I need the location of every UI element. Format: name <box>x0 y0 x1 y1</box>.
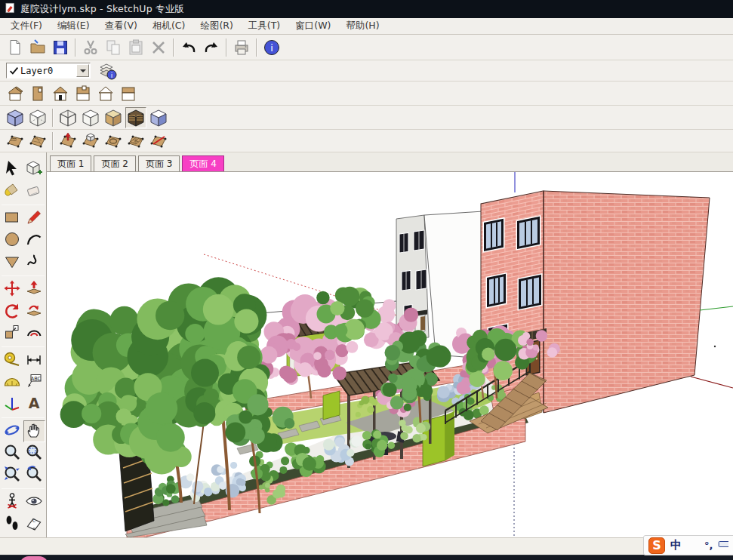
model-info-button[interactable]: i <box>261 37 282 58</box>
sandbox-detail-button[interactable] <box>125 131 146 152</box>
new-button[interactable] <box>5 37 26 58</box>
text-tool[interactable]: ABC <box>23 371 45 393</box>
print-icon <box>233 38 251 57</box>
zoom-previous-tool[interactable] <box>23 464 45 486</box>
scale-tool[interactable] <box>2 322 23 344</box>
cut-button[interactable] <box>80 37 101 58</box>
text-3d-tool[interactable]: A <box>23 393 45 415</box>
delete-button[interactable] <box>148 37 169 58</box>
style-shaded-button[interactable] <box>103 107 124 128</box>
ime-keyboard-icon[interactable] <box>718 538 728 553</box>
style-xray-icon <box>6 109 24 127</box>
polygon-tool[interactable] <box>2 251 23 273</box>
select-tool[interactable] <box>2 158 23 180</box>
menu-camera[interactable]: 相机(C) <box>145 18 192 34</box>
eraser-tool[interactable] <box>23 180 45 202</box>
page-tab-4[interactable]: 页面 4 <box>182 155 223 171</box>
redo-button[interactable] <box>201 37 222 58</box>
arc-tool[interactable] <box>23 229 45 251</box>
pan-tool[interactable] <box>23 420 45 442</box>
offset-tool[interactable] <box>23 322 45 344</box>
style-monochrome-button[interactable] <box>148 107 169 128</box>
current-layer-name: Layer0 <box>20 66 76 76</box>
style-wireframe-button[interactable] <box>57 107 79 128</box>
menu-file[interactable]: 文件(F) <box>3 18 50 34</box>
sandbox-smoove-button[interactable] <box>57 131 79 152</box>
open-button[interactable] <box>27 37 48 58</box>
menu-edit[interactable]: 编辑(E) <box>50 18 97 34</box>
freehand-tool[interactable] <box>23 251 45 273</box>
rotate-tool[interactable] <box>2 300 23 322</box>
move-icon <box>3 279 21 300</box>
taskbar-item[interactable] <box>20 556 48 560</box>
zoom-extents-tool[interactable] <box>2 464 23 486</box>
app-icon <box>5 2 16 17</box>
undo-button[interactable] <box>178 37 199 58</box>
layer-manager-button[interactable]: i <box>97 60 119 82</box>
view-left-button[interactable] <box>95 83 116 104</box>
cut-icon <box>82 38 100 57</box>
arc-icon <box>25 230 43 251</box>
ime-brand-icon[interactable]: S <box>648 537 665 554</box>
menu-help[interactable]: 帮助(H) <box>338 18 387 34</box>
view-right-button[interactable] <box>118 83 139 104</box>
menu-view[interactable]: 查看(V) <box>97 18 145 34</box>
protractor-tool[interactable] <box>2 371 23 393</box>
push-pull-tool[interactable] <box>23 278 45 300</box>
make-component-tool[interactable] <box>23 158 45 180</box>
move-tool[interactable] <box>2 278 23 300</box>
walk-tool[interactable] <box>2 513 23 535</box>
position-camera-tool[interactable] <box>2 491 23 513</box>
sandbox-stamp-button[interactable] <box>80 131 101 152</box>
undo-icon <box>180 38 198 57</box>
view-top-button[interactable] <box>27 83 48 104</box>
sandbox-contours-button[interactable] <box>5 131 26 152</box>
style-hiddenline-button[interactable] <box>80 107 101 128</box>
line-tool[interactable] <box>23 208 45 229</box>
style-textures-button[interactable] <box>125 107 146 128</box>
standard-toolbar: i <box>0 35 733 60</box>
save-button[interactable] <box>50 37 71 58</box>
sandbox-drape-button[interactable] <box>103 131 124 152</box>
style-xray-button[interactable] <box>5 107 26 128</box>
print-button[interactable] <box>231 37 252 58</box>
style-backedges-button[interactable] <box>27 107 48 128</box>
circle-tool[interactable] <box>2 229 23 251</box>
zoom-window-tool[interactable] <box>23 442 45 464</box>
view-front-button[interactable] <box>50 83 71 104</box>
ime-fullwidth-icon[interactable] <box>687 538 699 553</box>
menu-draw[interactable]: 绘图(R) <box>192 18 240 34</box>
walk-icon <box>3 514 21 535</box>
orbit-tool[interactable] <box>2 420 23 442</box>
sandbox-scratch-button[interactable] <box>27 131 48 152</box>
svg-text:A: A <box>29 395 40 411</box>
page-tab-1[interactable]: 页面 1 <box>50 155 91 171</box>
axes-tool[interactable] <box>2 393 23 415</box>
zoom-tool[interactable] <box>2 442 23 464</box>
paste-button[interactable] <box>125 37 146 58</box>
sandbox-flipedge-button[interactable] <box>148 131 169 152</box>
page-tab-2[interactable]: 页面 2 <box>94 155 135 171</box>
polygon-icon <box>3 252 21 273</box>
rectangle-tool[interactable] <box>2 208 23 229</box>
viewport-canvas[interactable] <box>47 172 733 537</box>
sandbox-detail-icon <box>127 132 145 150</box>
ime-mode-toggle[interactable]: 中 <box>670 538 682 552</box>
copy-button[interactable] <box>103 37 124 58</box>
section-plane-icon: C <box>25 514 43 535</box>
follow-me-tool[interactable] <box>23 300 45 322</box>
view-back-button[interactable] <box>72 83 94 104</box>
layer-combobox[interactable]: Layer0 <box>6 63 91 78</box>
ime-toolbar[interactable]: S 中 °, <box>643 535 733 555</box>
layer-dropdown-arrow[interactable] <box>76 64 89 77</box>
ime-punctuation-toggle[interactable]: °, <box>704 540 713 551</box>
menu-window[interactable]: 窗口(W) <box>288 18 338 34</box>
look-around-tool[interactable] <box>23 491 45 513</box>
tape-measure-tool[interactable] <box>2 349 23 371</box>
view-iso-button[interactable] <box>5 83 26 104</box>
paint-bucket-tool[interactable] <box>2 180 23 202</box>
section-plane-tool[interactable]: C <box>23 513 45 535</box>
page-tab-3[interactable]: 页面 3 <box>138 155 180 171</box>
dimension-tool[interactable] <box>23 349 45 371</box>
menu-tools[interactable]: 工具(T) <box>241 18 288 34</box>
